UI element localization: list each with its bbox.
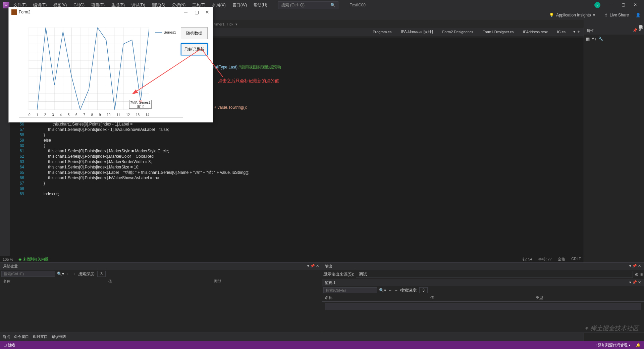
form2-minimize-icon[interactable]: ─ — [183, 9, 189, 15]
share-icon: ⇪ — [604, 13, 608, 17]
close-icon[interactable]: ✕ — [316, 264, 319, 268]
vertical-tab[interactable]: 发布的测试编辑器 — [638, 20, 644, 24]
nav-fwd-icon[interactable]: → — [394, 288, 398, 293]
nav-fwd-icon[interactable]: → — [72, 271, 76, 276]
pin-icon[interactable]: 📌 — [632, 264, 637, 268]
nav-back-icon[interactable]: ← — [66, 271, 70, 276]
indent-indicator: 空格 — [558, 257, 565, 262]
output-source-select[interactable]: 调试 — [356, 271, 633, 278]
form-icon — [11, 9, 17, 15]
tab-program[interactable]: Program.cs — [368, 27, 396, 36]
app-insights-button[interactable]: 💡 Application Insights ▾ — [549, 13, 595, 17]
search-icon[interactable]: 🔍▾ — [57, 271, 64, 276]
tab-dropdown-icon[interactable]: ▾ — [573, 29, 575, 34]
search-icon[interactable]: 🔍▾ — [379, 288, 386, 293]
form2-titlebar[interactable]: Form2 ─ ▢ ✕ — [9, 7, 213, 17]
bottom-panels: 局部变量 ▾ 📌 ✕ 🔍▾ ← → 搜索深度: 3 名称 值 类型 输出 ▾ 📌… — [0, 262, 644, 333]
pin-icon[interactable]: 📌 — [310, 264, 315, 268]
close-panel-icon[interactable]: ✕ — [638, 28, 641, 32]
depth-value[interactable]: 3 — [97, 271, 106, 277]
close-icon[interactable]: ✕ — [638, 264, 641, 268]
watch-add-row[interactable] — [325, 303, 641, 310]
dropdown-icon[interactable]: ▾ — [629, 280, 631, 284]
tab-ic[interactable]: IC.cs — [552, 27, 570, 36]
form2-close-icon[interactable]: ✕ — [205, 9, 210, 15]
status-bar: ▢ 就绪 ↑ 添加到源代码管理 ▴ 🔔 — [0, 341, 644, 349]
maximize-icon[interactable]: ▢ — [621, 2, 626, 8]
clear-icon[interactable]: ⊘ — [635, 272, 638, 277]
status-ready: ▢ 就绪 — [3, 343, 15, 348]
tab-form2-designer[interactable]: Form2.Designer.cs — [438, 27, 478, 36]
pin-icon[interactable]: 📌 — [632, 280, 637, 284]
search-icon: 🔍 — [330, 3, 335, 7]
locals-title: 局部变量 — [3, 264, 18, 269]
watch-search[interactable] — [323, 287, 377, 293]
dropdown-icon[interactable]: ▾ — [629, 264, 631, 268]
chart-plot — [29, 28, 149, 110]
global-search[interactable]: 搜索 (Ctrl+Q) 🔍 — [278, 1, 338, 9]
notification-badge[interactable]: 2 — [594, 2, 600, 8]
lightbulb-icon: 💡 — [549, 13, 554, 17]
editor-statusbar: 105 % ◉ 未找到相关问题 行: 54 字符: 77 空格 CRLF — [0, 256, 584, 262]
close-icon[interactable]: ✕ — [638, 280, 641, 284]
tab-ipaddress-resx[interactable]: IPAddress.resx — [518, 27, 552, 36]
wrench-icon[interactable]: 🔧 — [598, 37, 603, 41]
tab-form1-designer[interactable]: Form1.Designer.cs — [478, 27, 518, 36]
properties-title: 属性 — [587, 28, 594, 33]
random-data-button[interactable]: 随机数据 — [181, 27, 208, 39]
tab-immediate[interactable]: 即时窗口 — [33, 334, 48, 339]
watch-title: 监视 1 — [325, 280, 335, 285]
point-tooltip: 功能: Series1值: 2 — [129, 100, 152, 109]
solution-name[interactable]: TestIC00 — [350, 3, 366, 7]
menu-window[interactable]: 窗口(W) — [230, 1, 250, 9]
tab-breakpoints[interactable]: 断点 — [3, 334, 10, 339]
window-controls: ─ ▢ ✕ — [608, 2, 638, 8]
wrap-icon[interactable]: ≡ — [640, 272, 643, 277]
watch-depth[interactable]: 3 — [419, 287, 428, 293]
col-indicator: 字符: 77 — [538, 257, 552, 262]
bottom-tab-strip: 断点 命令窗口 即时窗口 错误列表 — [0, 333, 69, 340]
menu-help[interactable]: 帮助(H) — [251, 1, 270, 9]
feedback-icon[interactable]: 👤 — [636, 13, 641, 17]
eol-indicator: CRLF — [571, 257, 581, 262]
zoom-level[interactable]: 105 % — [3, 257, 13, 261]
notifications-icon[interactable]: 🔔 — [636, 343, 641, 347]
locals-panel: 局部变量 ▾ 📌 ✕ 🔍▾ ← → 搜索深度: 3 名称 值 类型 — [0, 262, 322, 333]
minimize-icon[interactable]: ─ — [608, 2, 614, 8]
chart: 01234567891011121314 Series1 功能: Series1… — [19, 24, 183, 118]
form2-maximize-icon[interactable]: ▢ — [194, 9, 199, 15]
dropdown-icon[interactable]: ▾ — [307, 264, 309, 268]
alpha-icon[interactable]: A↓ — [592, 37, 596, 41]
line-indicator: 行: 54 — [523, 257, 532, 262]
mark-latest-button[interactable]: 只标记最新 — [181, 43, 208, 55]
source-control[interactable]: ↑ 添加到源代码管理 ▴ — [595, 343, 631, 348]
categorize-icon[interactable]: ▦ — [586, 37, 590, 41]
annotation-text: 点击之后只会标记最新的点的值 — [218, 78, 279, 84]
form2-title-text: Form2 — [19, 10, 31, 14]
close-icon[interactable]: ✕ — [633, 2, 638, 8]
form2-window: Form2 ─ ▢ ✕ 01234567891011121314 Series1… — [8, 7, 213, 122]
live-share-button[interactable]: ⇪ Live Share — [604, 13, 629, 17]
tab-add-icon[interactable]: ＋ — [577, 29, 581, 35]
locals-search[interactable] — [1, 271, 55, 277]
pin-icon[interactable]: 📌 — [633, 28, 637, 32]
code-block: this.chart1.Series[0].Points[index - 1].… — [30, 121, 250, 197]
tab-command[interactable]: 命令窗口 — [14, 334, 29, 339]
tab-errorlist[interactable]: 错误列表 — [52, 334, 66, 339]
watermark: ✦ 稀土掘金技术社区 — [584, 324, 639, 332]
tab-ipaddress-design[interactable]: IPAddress.cs [设计] — [396, 27, 437, 36]
issues-indicator[interactable]: ◉ 未找到相关问题 — [18, 257, 49, 262]
nav-back-icon[interactable]: ← — [388, 288, 392, 293]
chart-legend: Series1 — [155, 30, 176, 34]
output-watch-panel: 输出 ▾ 📌 ✕ 显示输出来源(S): 调试 ⊘ ≡ 监视 1 ▾ 📌 ✕ 🔍▾… — [322, 262, 644, 333]
output-title: 输出 — [325, 264, 332, 269]
search-placeholder: 搜索 (Ctrl+Q) — [281, 2, 305, 8]
